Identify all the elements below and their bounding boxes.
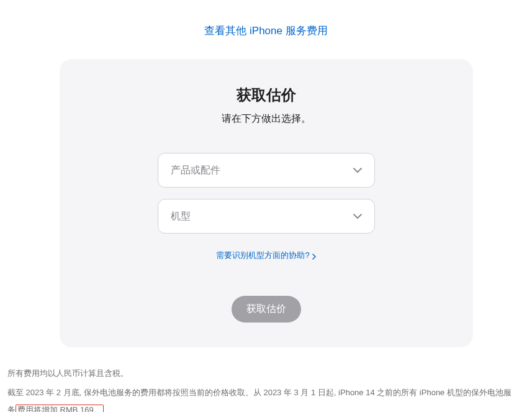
- estimate-card: 获取估价 请在下方做出选择。 产品或配件 机型 需要识别机型方面的协助? 获取估…: [60, 59, 473, 347]
- footer-line-1: 所有费用均以人民币计算且含税。: [7, 365, 516, 382]
- footer-text: 所有费用均以人民币计算且含税。 截至 2023 年 2 月底, 保外电池服务的费…: [7, 365, 516, 412]
- chevron-down-icon: [353, 214, 362, 219]
- chevron-right-icon: [312, 252, 316, 259]
- footer-line-2a: 截至 2023 年 2 月底, 保外电池服务的费用都将按照当前的价格收取。从 2…: [7, 388, 512, 397]
- card-title: 获取估价: [84, 85, 448, 105]
- chevron-down-icon: [353, 168, 362, 173]
- model-select-placeholder: 机型: [171, 210, 191, 223]
- product-select[interactable]: 产品或配件: [158, 153, 375, 188]
- product-select-placeholder: 产品或配件: [171, 164, 220, 177]
- price-increase-highlight: 费用将增加 RMB 169。: [16, 405, 104, 412]
- help-link-label: 需要识别机型方面的协助?: [216, 250, 309, 261]
- model-select[interactable]: 机型: [158, 199, 375, 234]
- identify-model-help-link[interactable]: 需要识别机型方面的协助?: [216, 250, 315, 261]
- get-estimate-button[interactable]: 获取估价: [232, 296, 301, 323]
- footer-line-2b-pre: 务: [7, 405, 16, 412]
- other-services-link[interactable]: 查看其他 iPhone 服务费用: [204, 25, 327, 37]
- model-select-wrapper: 机型: [158, 199, 375, 234]
- product-select-wrapper: 产品或配件: [158, 153, 375, 188]
- top-link-container: 查看其他 iPhone 服务费用: [0, 0, 532, 50]
- card-subtitle: 请在下方做出选择。: [84, 112, 448, 126]
- footer-line-2: 截至 2023 年 2 月底, 保外电池服务的费用都将按照当前的价格收取。从 2…: [7, 384, 516, 412]
